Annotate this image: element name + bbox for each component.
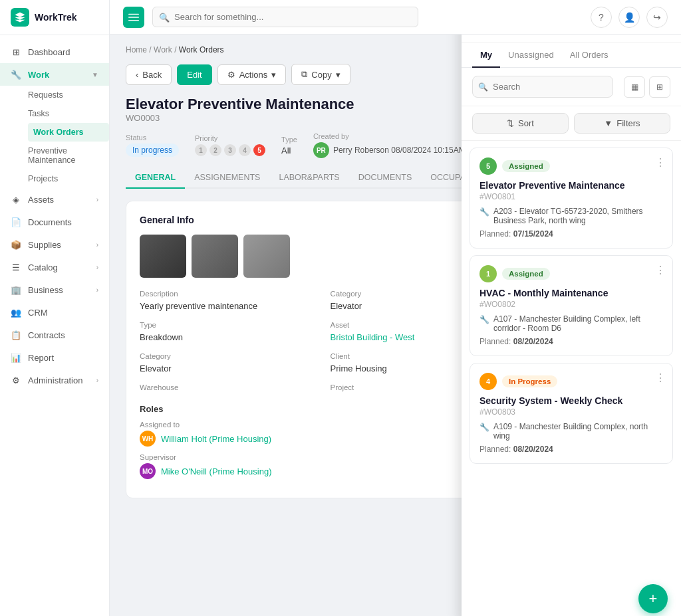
status-badge: In progress [126,144,179,157]
wo-tab-unassigned[interactable]: Unassigned [500,43,562,68]
wo-card-title: HVAC - Monthly Maintenance [479,288,663,298]
hamburger-button[interactable] [123,7,144,28]
sidebar-item-administration[interactable]: ⚙ Administration › [0,369,109,391]
breadcrumb-home[interactable]: Home [126,45,147,54]
logo-text: WorkTrek [35,12,77,23]
wo-card-location: 🔧 A203 - Elevator TG-65723-2020, Smither… [479,207,663,225]
sidebar-item-business[interactable]: 🏢 Business › [0,278,109,301]
copy-chevron-icon: ▾ [336,70,340,80]
assigned-to-name[interactable]: William Holt (Prime Housing) [161,434,271,444]
copy-icon: ⧉ [301,69,307,80]
sidebar-item-documents[interactable]: 📄 Documents [0,211,109,233]
wo-card-title: Elevator Preventive Maintenance [479,180,663,191]
assigned-to-avatar: WH [140,431,156,447]
sidebar-label-documents: Documents [28,217,72,227]
wo-card-menu-button[interactable]: ⋮ [655,264,666,276]
sidebar-item-projects[interactable]: Projects [28,169,109,188]
roles-section: Roles Assigned to WH William Holt (Prime… [140,404,507,479]
copy-button[interactable]: ⧉ Copy ▾ [291,64,350,85]
back-button[interactable]: ‹ Back [126,64,172,85]
wo-card[interactable]: 1 Assigned ⋮ HVAC - Monthly Maintenance … [470,255,673,356]
copy-label: Copy [311,70,331,80]
sidebar-item-crm[interactable]: 👥 CRM [0,301,109,324]
breadcrumb-current: Work Orders [179,45,224,54]
sidebar-item-catalog[interactable]: ☰ Catalog › [0,256,109,278]
image-thumb-3 [243,235,290,278]
general-info-title: General Info [140,215,507,225]
global-search: 🔍 [152,7,418,27]
type-field: Type Breakdown [140,321,317,343]
created-by-name: Perry Roberson 08/08/2024 10:15AM [333,146,466,155]
sidebar-label-crm: CRM [28,308,48,318]
supervisor-label: Supervisor [140,453,507,461]
category2-value: Elevator [140,363,172,373]
wo-card[interactable]: 4 In Progress ⋮ Security System - Weekly… [470,363,673,464]
category2-field: Category Elevator [140,352,317,374]
qr-button[interactable]: ⊞ [649,76,670,98]
sort-icon: ⇅ [507,118,514,128]
sidebar-item-preventive[interactable]: Preventive Maintenance [28,142,109,169]
sidebar-item-dashboard[interactable]: ⊞ Dashboard [0,41,109,63]
sidebar: WorkTrek ⊞ Dashboard 🔧 Work ▼ Requests T… [0,0,110,616]
documents-icon: 📄 [11,217,21,227]
wo-tab-all[interactable]: All Orders [562,43,616,68]
sidebar-label-business: Business [28,285,63,295]
breadcrumb-work[interactable]: Work [154,45,172,54]
wo-tab-my[interactable]: My [472,43,500,68]
sidebar-item-contracts[interactable]: 📋 Contracts [0,324,109,346]
global-search-input[interactable] [152,7,418,27]
sidebar-nav: ⊞ Dashboard 🔧 Work ▼ Requests Tasks Work… [0,35,109,616]
tab-documents[interactable]: DOCUMENTS [349,167,422,189]
barcode-button[interactable]: ▦ [624,76,645,98]
wo-search-input[interactable] [472,76,613,98]
sidebar-item-work[interactable]: 🔧 Work ▼ [0,63,109,86]
main-area: 🔍 ? 👤 ↪ Home / Work / Work Orders ‹ Back… [110,0,681,616]
actions-button[interactable]: ⚙ Actions ▾ [217,64,287,85]
wo-card-menu-button[interactable]: ⋮ [655,156,666,169]
sidebar-item-report[interactable]: 📊 Report [0,346,109,369]
wo-card-planned: Planned: 08/20/2024 [479,337,663,346]
profile-button[interactable]: 👤 [618,7,640,28]
filters-button[interactable]: ▼ Filters [574,113,670,134]
svg-rect-1 [128,17,139,17]
sidebar-label-contracts: Contracts [28,330,65,340]
sidebar-item-supplies[interactable]: 📦 Supplies › [0,233,109,256]
tab-labor[interactable]: LABOR&PARTS [269,167,348,189]
sidebar-label-assets: Assets [28,195,54,205]
tab-assignments[interactable]: ASSIGNEMENTS [185,167,269,189]
status-label: Status [126,134,179,142]
supervisor-name[interactable]: Mike O'Neill (Prime Housing) [161,466,271,476]
wo-card-menu-button[interactable]: ⋮ [655,371,666,384]
type-value: All [281,146,297,155]
wo-status-circle: 1 [479,265,497,282]
type-field-label: Type [140,321,317,329]
logout-button[interactable]: ↪ [646,7,668,28]
report-icon: 📊 [11,352,21,363]
wo-card[interactable]: 5 Assigned ⋮ Elevator Preventive Mainten… [470,148,673,249]
sidebar-item-requests[interactable]: Requests [28,86,109,104]
status-group: Status In progress [126,134,179,157]
sort-button[interactable]: ⇅ Sort [472,113,569,134]
wo-filter-row: ⇅ Sort ▼ Filters [462,106,681,141]
actions-icon: ⚙ [227,70,235,80]
sidebar-item-tasks[interactable]: Tasks [28,104,109,123]
location-icon: 🔧 [479,207,489,217]
help-button[interactable]: ? [591,7,612,28]
asset-value[interactable]: Bristol Building - West [331,332,415,342]
admin-icon: ⚙ [11,375,21,385]
wo-side-panel: ← Work Orders My Unassigned All Orders 🔍… [462,35,681,616]
tab-general[interactable]: GENERAL [126,167,185,189]
wo-card-header: 1 Assigned ⋮ [479,265,663,282]
wo-panel-tabs: My Unassigned All Orders [462,43,681,68]
sidebar-item-assets[interactable]: ◈ Assets › [0,188,109,211]
add-work-order-button[interactable]: + [638,584,668,613]
edit-button[interactable]: Edit [177,64,211,85]
created-by-label: Created by [313,132,466,140]
priority-group: Priority 1 2 3 4 5 [195,134,265,156]
content-area: Home / Work / Work Orders ‹ Back Edit ⚙ … [110,35,681,616]
sidebar-label-admin: Administration [28,375,82,385]
wo-card-planned: Planned: 08/20/2024 [479,445,663,454]
wo-search-bar: 🔍 ▦ ⊞ [462,68,681,106]
sidebar-item-work-orders[interactable]: Work Orders [28,123,109,142]
image-thumb-1 [140,235,186,278]
